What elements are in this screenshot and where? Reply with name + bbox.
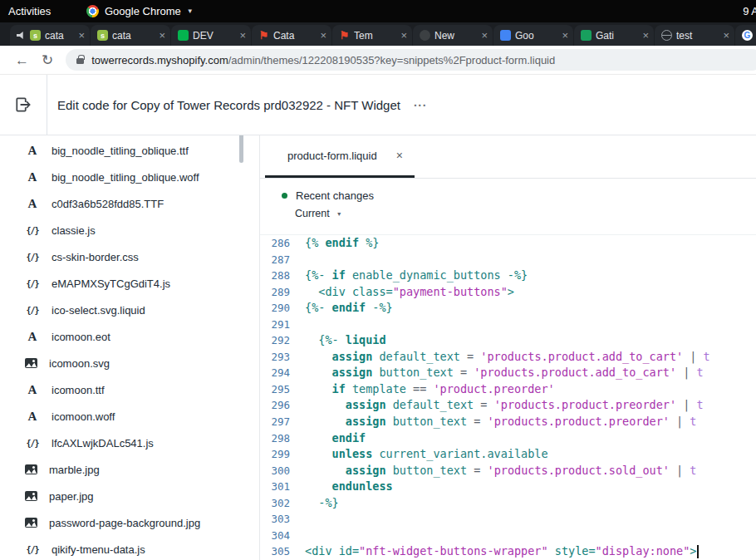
back-button[interactable]: ← [15,53,29,67]
code-text: assign button_text = 'products.product.s… [298,463,756,479]
line-number: 302 [260,495,298,512]
browser-tab-3[interactable]: DEV× [171,25,251,46]
file-item-big_noodle_titling_oblique.ttf[interactable]: Abig_noodle_titling_oblique.ttf [0,137,259,164]
editor-tab-product-form[interactable]: product-form.liquid × [265,135,415,178]
code-line-288[interactable]: 288{%- if enable_dynamic_buttons -%} [260,268,756,284]
code-line-305[interactable]: 305<div id="nft-widget-buttons-wrapper" … [260,543,756,560]
tab-close-icon[interactable]: × [159,30,165,41]
file-name: paper.jpg [49,490,94,503]
active-app-indicator[interactable]: Google Chrome ▼ [86,5,194,17]
browser-tab-9[interactable]: test× [655,25,734,46]
file-item-cs-skin-border.css[interactable]: {/}cs-skin-border.css [0,243,259,270]
file-name: eMAPMXSyTCgGdiT4.js [52,278,170,290]
editor-tab-close-icon[interactable]: × [396,149,403,162]
code-line-302[interactable]: 302 -%} [260,495,756,512]
file-name: icomoon.ttf [52,384,105,396]
version-bar: Recent changes Current ▼ [260,179,756,235]
code-line-287[interactable]: 287 [260,252,756,268]
tab-close-icon[interactable]: × [723,30,729,41]
editor-tab-label: product-form.liquid [287,150,377,162]
line-number: 286 [260,235,298,252]
file-name: password-page-background.jpg [49,517,200,529]
browser-tab-10[interactable]: GG× [735,25,756,46]
reload-button[interactable]: ↻ [42,53,53,67]
file-item-paper.jpg[interactable]: paper.jpg [0,483,259,509]
file-item-big_noodle_titling_oblique.woff[interactable]: Abig_noodle_titling_oblique.woff [0,164,259,190]
file-item-icomoon.eot[interactable]: Aicomoon.eot [0,323,259,350]
tab-close-icon[interactable]: × [239,30,246,41]
file-sidebar: Abig_noodle_titling_oblique.ttfAbig_nood… [0,135,259,560]
exit-editor-button[interactable] [0,75,47,135]
file-name: lfcAXLwjkDALc541.js [52,437,154,449]
code-line-299[interactable]: 299 unless current_variant.available [260,446,756,463]
file-item-eMAPMXSyTCgGdiT4.js[interactable]: {/}eMAPMXSyTCgGdiT4.js [0,270,259,297]
os-clock[interactable]: 9 A [743,5,756,17]
line-number: 290 [260,300,298,317]
line-number: 301 [260,479,298,495]
code-line-292[interactable]: 292 {%- liquid [260,332,756,349]
font-file-icon: A [25,197,40,211]
tab-label: cata [45,30,76,42]
code-line-296[interactable]: 296 assign default_text = 'products.prod… [260,397,756,414]
code-line-304[interactable]: 304 [260,528,756,544]
url-path: /admin/themes/122208190535?key=snippets%… [228,54,556,66]
tab-label: New [434,30,479,42]
file-item-icomoon.ttf[interactable]: Aicomoon.ttf [0,376,259,403]
code-line-291[interactable]: 291 [260,317,756,333]
page-title: Edit code for Copy of Tower Records prd0… [57,98,400,112]
code-line-297[interactable]: 297 assign button_text = 'products.produ… [260,414,756,430]
code-line-289[interactable]: 289 <div class="payment-buttons"> [260,284,756,301]
tab-close-icon[interactable]: × [642,30,649,41]
file-item-ico-select.svg.liquid[interactable]: {/}ico-select.svg.liquid [0,297,259,323]
file-item-marble.jpg[interactable]: marble.jpg [0,456,259,483]
code-line-295[interactable]: 295 if template == 'product.preorder' [260,381,756,398]
browser-tab-7[interactable]: Goo× [493,25,573,46]
code-area[interactable]: 286{% endif %}287288{%- if enable_dynami… [260,235,756,560]
code-text: {%- endif -%} [298,300,756,317]
tab-close-icon[interactable]: × [400,30,407,41]
browser-tab-8[interactable]: Gati× [574,25,654,46]
file-item-password-page-background.jpg[interactable]: password-page-background.jpg [0,509,259,536]
dev-green-favicon-icon [178,30,189,41]
tab-label: Cata [273,30,318,42]
lock-icon[interactable] [76,58,84,64]
file-item-classie.js[interactable]: {/}classie.js [0,217,259,243]
address-bar[interactable]: towerrecords.myshopify.com/admin/themes/… [66,49,756,71]
code-line-293[interactable]: 293 assign default_text = 'products.prod… [260,349,756,366]
version-dropdown[interactable]: Current ▼ [295,208,756,219]
image-file-icon [25,518,37,528]
code-line-290[interactable]: 290{%- endif -%} [260,300,756,317]
code-line-303[interactable]: 303 [260,511,756,528]
browser-tab-5[interactable]: ⚑Tem× [332,25,412,46]
line-number: 294 [260,365,298,381]
tab-close-icon[interactable]: × [320,30,326,41]
browser-tab-6[interactable]: New× [413,25,493,46]
font-file-icon: A [25,410,40,424]
code-line-286[interactable]: 286{% endif %} [260,235,756,252]
activities-button[interactable]: Activities [8,5,51,17]
file-item-icomoon.svg[interactable]: icomoon.svg [0,350,259,376]
code-line-298[interactable]: 298 endif [260,430,756,447]
file-item-lfcAXLwjkDALc541.js[interactable]: {/}lfcAXLwjkDALc541.js [0,430,259,456]
tab-close-icon[interactable]: × [78,30,85,41]
tab-close-icon[interactable]: × [562,30,568,41]
line-number: 287 [260,252,298,268]
more-options-button[interactable]: ... [414,96,427,109]
browser-tab-1[interactable]: scata× [10,25,90,46]
tab-close-icon[interactable]: × [481,30,488,41]
code-line-294[interactable]: 294 assign button_text = 'products.produ… [260,365,756,381]
font-file-icon: A [25,170,40,184]
file-item-qikify-tmenu-data.js[interactable]: {/}qikify-tmenu-data.js [0,536,259,560]
code-line-301[interactable]: 301 endunless [260,479,756,495]
file-item-c0df3a6b528fdd85.TTF[interactable]: Ac0df3a6b528fdd85.TTF [0,190,259,217]
font-file-icon: A [25,144,40,158]
tab-audio-icon [17,32,26,39]
tab-label: Tem [354,30,399,42]
sidebar-scrollbar[interactable] [239,135,243,163]
browser-tab-2[interactable]: scata× [91,25,170,46]
code-line-300[interactable]: 300 assign button_text = 'products.produ… [260,463,756,479]
main-content: Abig_noodle_titling_oblique.ttfAbig_nood… [0,135,756,560]
file-item-icomoon.woff[interactable]: Aicomoon.woff [0,403,259,430]
code-text: {% endif %} [298,235,756,252]
browser-tab-4[interactable]: ⚑Cata× [252,25,331,46]
